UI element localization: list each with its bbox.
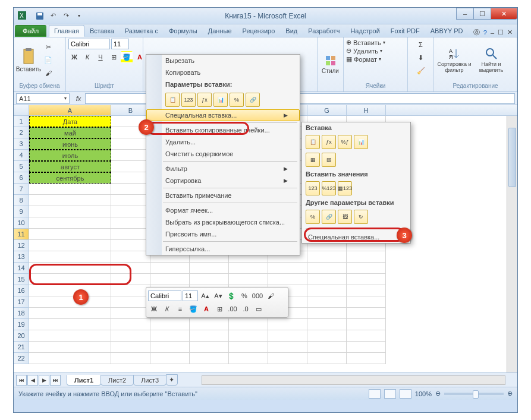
cell-A21[interactable] [29,342,111,353]
cell-G13[interactable] [307,251,347,263]
cell-B8[interactable] [111,195,150,206]
cell-B21[interactable] [111,342,150,353]
cell-A4[interactable]: июль [29,150,111,161]
cell-H20[interactable] [347,330,386,342]
row-header-21[interactable]: 21 [14,342,29,353]
column-header-A[interactable]: A [29,105,111,115]
row-header-6[interactable]: 6 [14,172,29,184]
sort-filter-button[interactable]: AЯСортировка и фильтр [436,41,472,79]
paste-option-3[interactable]: 📊 [213,93,228,107]
redo-icon[interactable]: ↷ [60,10,72,22]
tab-3[interactable]: Формулы [164,25,203,37]
cell-E14[interactable] [229,263,268,274]
cell-A15[interactable] [29,274,111,285]
cell-G17[interactable] [307,296,347,308]
submenu-opt-g2-1[interactable]: ▧ [322,153,336,167]
italic-button[interactable]: К [81,51,93,63]
cell-A6[interactable]: сентябрь [29,172,111,184]
ctx-clear[interactable]: Очистить содержимое [146,148,300,160]
copy-icon[interactable]: 📄 [42,54,54,66]
styles-button[interactable]: Стили [320,46,341,84]
font-size-select[interactable] [111,39,129,49]
cell-B7[interactable] [111,184,150,195]
row-header-19[interactable]: 19 [14,319,29,330]
bold-button[interactable]: Ж [68,51,80,63]
zoom-slider[interactable] [444,393,504,395]
cell-A8[interactable] [29,195,111,206]
help-icon[interactable]: ? [483,29,487,36]
cell-B20[interactable] [111,330,150,342]
ctx-filter[interactable]: Фильтр▶ [146,163,300,175]
cell-D20[interactable] [190,330,229,342]
delete-cells-icon[interactable]: ⊖ [346,47,351,55]
cell-B9[interactable] [111,206,150,217]
cell-B2[interactable] [111,127,150,138]
ctx-paste-special[interactable]: Специальная вставка...▶ [146,109,300,121]
column-header-B[interactable]: B [111,105,150,115]
tab-0[interactable]: Главная [49,25,84,37]
cell-E19[interactable] [229,319,268,330]
cell-H16[interactable] [347,285,386,296]
cell-G14[interactable] [307,263,347,274]
save-icon[interactable] [34,10,46,22]
cell-C14[interactable] [150,263,190,274]
fx-button[interactable]: fx [72,95,85,102]
cell-C15[interactable] [150,274,190,285]
cell-B11[interactable] [111,229,150,240]
cell-H19[interactable] [347,319,386,330]
cell-H18[interactable] [347,308,386,319]
tab-8[interactable]: Надстрой [345,25,385,37]
row-header-3[interactable]: 3 [14,138,29,150]
row-header-2[interactable]: 2 [14,127,29,138]
cell-A11[interactable] [29,229,111,240]
submenu-opt-g4-3[interactable]: ↻ [354,210,368,224]
sheet-nav-first[interactable]: ⏮ [16,375,27,386]
new-sheet-button[interactable]: ✦ [166,374,178,386]
doc-close-icon[interactable]: ✕ [507,29,513,36]
close-button[interactable]: ✕ [491,8,517,20]
cell-A12[interactable] [29,240,111,251]
cell-B4[interactable] [111,150,150,161]
cell-C19[interactable] [150,319,190,330]
tab-5[interactable]: Рецензиро [237,25,281,37]
row-header-9[interactable]: 9 [14,206,29,217]
row-header-12[interactable]: 12 [14,240,29,251]
tab-9[interactable]: Foxit PDF [385,25,425,37]
mini-borders[interactable]: ⊞ [213,303,225,315]
format-cells-button[interactable]: Формат [354,56,377,63]
row-header-7[interactable]: 7 [14,184,29,195]
mini-comma-format[interactable]: 000 [252,290,263,302]
find-select-button[interactable]: Найти и выделить [473,41,509,79]
cell-H15[interactable] [347,274,386,285]
format-cells-icon[interactable]: ▦ [346,55,352,63]
paste-button[interactable]: Вставить [16,41,41,79]
paste-option-2[interactable]: ƒx [197,93,212,107]
row-header-1[interactable]: 1 [14,116,29,127]
cell-B15[interactable] [111,274,150,285]
cell-B5[interactable] [111,161,150,172]
fill-color-button[interactable]: 🪣 [121,51,133,63]
row-header-15[interactable]: 15 [14,274,29,285]
mini-percent-format[interactable]: % [238,290,250,302]
cell-B19[interactable] [111,319,150,330]
page-break-view-button[interactable] [400,389,411,399]
tab-6[interactable]: Вид [280,25,303,37]
cell-D14[interactable] [190,263,229,274]
cell-D15[interactable] [190,274,229,285]
cell-A20[interactable] [29,330,111,342]
undo-icon[interactable]: ↶ [47,10,59,22]
maximize-button[interactable]: ☐ [473,8,491,20]
cell-C22[interactable] [150,353,190,364]
cell-A3[interactable]: июнь [29,138,111,150]
ctx-insert-comment[interactable]: Вставить примечание [146,190,300,201]
ctx-cut[interactable]: Вырезать [146,55,300,67]
ctx-insert-copied[interactable]: Вставить скопированные ячейки... [146,124,300,136]
cell-B14[interactable] [111,263,150,274]
font-name-select[interactable] [68,39,110,49]
submenu-opt-g1-3[interactable]: 📊 [354,135,368,149]
submenu-opt-g1-0[interactable]: 📋 [306,135,320,149]
clear-icon[interactable]: 🧹 [415,65,427,77]
cell-G19[interactable] [307,319,347,330]
cell-G16[interactable] [307,285,347,296]
sheet-tab-0[interactable]: Лист1 [67,375,101,386]
